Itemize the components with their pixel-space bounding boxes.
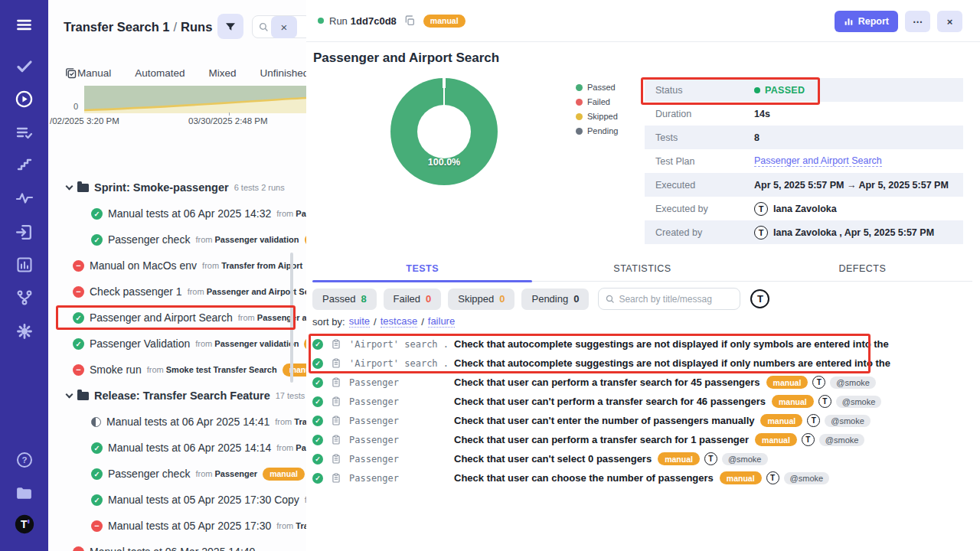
created-by-value: Iana Zavoloka , Apr 5, 2025 5:57 PM [773,227,934,238]
stairs-icon[interactable] [15,155,34,175]
chevron-down-icon[interactable] [66,182,74,190]
tree-run-item[interactable]: Passenger Validation from Passenger vali… [48,331,306,357]
tree-run-item[interactable]: Manual tests at 05 Apr 2025 17:30 Copy f… [48,487,306,513]
filter-pending-pill[interactable]: Pending0 [521,289,589,310]
tree-run-item[interactable]: Sprint: Smoke-passenger 6 tests 2 runs [48,174,306,201]
tree-run-item[interactable]: Manual tests at 06 Mar 2025 14:40 [48,539,306,551]
filter-skipped-pill[interactable]: Skipped0 [448,289,514,310]
tab-mixed[interactable]: Mixed [209,67,237,79]
run-title: Manual tests at 06 Apr 2025 14:41 [106,416,270,428]
run-source: from Smoke test Transfer Search [147,365,277,374]
tab-manual[interactable]: Manual [77,67,111,79]
run-status-icon [73,286,84,298]
folder-icon [77,392,89,400]
suite-name: 'Airport' search ... [349,339,450,350]
tab-defects[interactable]: DEFECTS [753,259,972,281]
assignee-filter-button[interactable]: T [750,289,769,308]
select-all-icon[interactable] [64,67,77,80]
tree-run-item[interactable]: Manual tests at 06 Apr 2025 14:14 from P… [48,435,306,461]
run-label: Run [329,15,348,27]
sort-testcase-link[interactable]: testcase [381,315,417,328]
sort-suite-link[interactable]: suite [349,315,370,328]
activity-icon[interactable] [15,188,34,208]
x-axis-tick [229,112,230,116]
test-row[interactable]: Passenger Check that user can't enter th… [306,411,980,430]
tab-tests[interactable]: TESTS [312,259,532,281]
filter-failed-pill[interactable]: Failed0 [384,289,442,310]
test-plan-link[interactable]: Passenger and Airport Search [754,155,882,167]
tree-scrollbar[interactable] [290,253,293,383]
results-donut-chart: 100.0% [390,78,498,185]
source-name: Tran [296,521,306,530]
from-label: from [147,365,164,374]
menu-icon[interactable] [15,15,34,34]
run-meta: 17 tests 5 runs [276,391,306,400]
close-run-button[interactable]: × [937,11,962,32]
breadcrumb-project[interactable]: Transfer Search 1 [64,20,170,34]
filter-button[interactable] [217,14,243,39]
info-row-tests: Tests 8 [645,126,963,149]
passed-check-icon [312,358,323,369]
test-title: Check that user can't select 0 passenger… [454,453,652,465]
suite-name: Passenger [349,473,450,484]
run-status-icon [91,468,103,480]
tree-run-item[interactable]: Passenger check from Passenger validatio… [48,227,306,253]
more-button[interactable]: ⋯ [905,11,930,32]
folder-icon[interactable] [15,483,34,503]
help-icon[interactable]: ? [15,450,34,470]
tests-search-box[interactable] [598,288,740,310]
run-title: Release: Transfer Search Feature [94,390,270,402]
clipboard-icon [331,338,341,350]
test-row[interactable]: Passenger Check that user can perform a … [306,373,980,392]
branch-icon[interactable] [15,288,34,308]
tab-unfinished[interactable]: Unfinished [260,67,306,79]
test-row[interactable]: Passenger Check that user can choose the… [306,468,980,487]
suite-name: Passenger [349,416,450,426]
check-icon[interactable] [15,56,34,76]
tab-automated[interactable]: Automated [135,67,185,79]
logo-t-icon[interactable]: T [15,514,34,534]
tree-run-item[interactable]: Check passenger 1 from Passenger and Air… [48,279,306,305]
test-row[interactable]: 'Airport' search ... Check that autocomp… [306,334,980,354]
tree-run-item[interactable]: Passenger and Airport Search from Passen… [48,305,306,331]
list-check-icon[interactable] [15,122,34,142]
tab-statistics[interactable]: STATISTICS [532,259,752,281]
play-circle-icon[interactable] [15,89,34,109]
tree-run-item[interactable]: Passenger check from Passenger manual 6 [48,461,306,487]
gear-icon[interactable] [15,321,34,341]
test-row[interactable]: 'Airport' search ... Check that autocomp… [306,354,980,373]
test-row[interactable]: Passenger Check that user can perform a … [306,430,980,449]
test-row[interactable]: Passenger Check that user can't select 0… [306,449,980,468]
chevron-down-icon[interactable] [66,390,74,398]
run-source: from Passenger validation [195,235,299,244]
runs-type-tabs: Manual Automated Mixed Unfinished [48,60,306,86]
from-label: from [276,209,293,218]
close-search-button[interactable]: × [271,16,297,38]
bar-chart-icon[interactable] [15,255,34,275]
sign-in-icon[interactable] [15,222,34,242]
sort-separator: / [421,316,424,328]
info-row-created-by: Created by TIana Zavoloka , Apr 5, 2025 … [645,220,963,244]
tree-run-item[interactable]: Manual on MacOs env from Transfer from A… [48,253,306,279]
clipboard-icon [331,453,341,465]
executed-label: Executed [645,180,754,191]
sort-failure-link[interactable]: failure [428,315,455,328]
report-label: Report [858,16,889,27]
tree-run-item[interactable]: Manual tests at 06 Apr 2025 14:32 from P… [48,201,306,227]
manual-badge: manual [720,471,762,484]
copy-icon[interactable] [403,15,416,27]
run-status-icon [91,494,103,506]
test-row[interactable]: Passenger Check that user can't perform … [306,392,980,411]
tree-run-item[interactable]: Smoke run from Smoke test Transfer Searc… [48,357,306,383]
tree-run-item[interactable]: Manual tests at 05 Apr 2025 17:30 from T… [48,513,306,539]
tree-run-item[interactable]: Manual tests at 06 Apr 2025 14:41 from T… [48,409,306,435]
passed-check-icon [312,454,323,465]
report-button[interactable]: Report [835,11,898,32]
filter-passed-pill[interactable]: Passed8 [312,289,377,310]
tree-run-item[interactable]: Release: Transfer Search Feature 17 test… [48,383,306,409]
info-row-executed-by: Executed by TIana Zavoloka [645,197,963,220]
run-id: 1dd7c0d8 [351,15,397,27]
clipboard-icon [331,472,341,484]
tests-search-input[interactable] [619,294,740,305]
detail-tabs: TESTS STATISTICS DEFECTS [312,259,972,282]
